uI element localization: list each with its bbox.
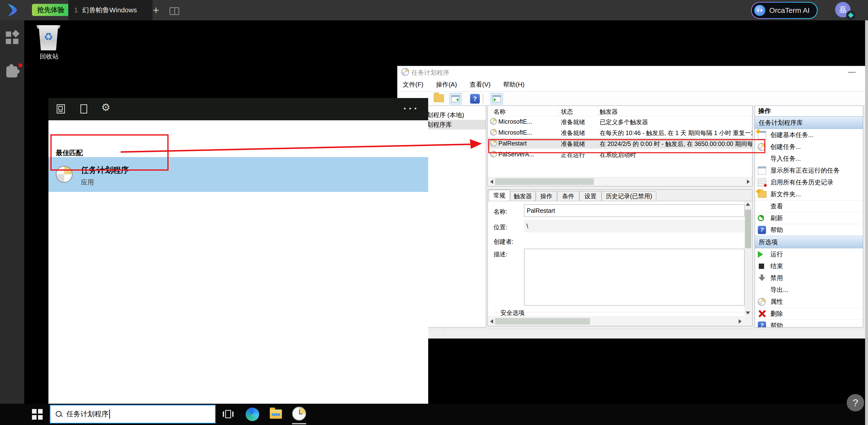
scroll-up-icon[interactable] [746, 203, 750, 206]
help-icon[interactable] [470, 94, 480, 104]
tab-title: 幻兽帕鲁Windows [82, 6, 137, 15]
file-explorer-icon[interactable] [270, 410, 282, 419]
scroll-right-icon[interactable] [747, 179, 750, 184]
tab-actions[interactable]: 操作 [536, 191, 557, 201]
table-row-selected[interactable]: PalRestart 准备就绪 在 2024/2/5 的 0:00 时 - 触发… [488, 138, 752, 149]
tab-conditions[interactable]: 条件 [557, 191, 579, 201]
vertical-scrollbar[interactable] [744, 201, 752, 316]
action-end[interactable]: 结束 [755, 260, 863, 272]
menu-file[interactable]: 文件(F) [403, 80, 423, 89]
folder-icon[interactable] [434, 94, 444, 102]
action-run[interactable]: 运行 [755, 248, 863, 260]
action-help[interactable]: 帮助 [755, 224, 863, 236]
taskbar-search-input[interactable]: 任务计划程序 [50, 405, 216, 424]
search-result-task-scheduler[interactable]: 任务计划程序 应用 [49, 157, 428, 192]
best-match-heading: 最佳匹配 [56, 149, 83, 158]
new-tab-button[interactable]: + [150, 4, 162, 16]
scroll-left-icon[interactable] [490, 179, 493, 184]
scroll-down-icon[interactable] [746, 312, 750, 315]
task-scheduler-taskbar-icon[interactable] [292, 406, 306, 421]
scroll-right-icon[interactable] [739, 319, 742, 324]
author-label: 创建者: [494, 238, 514, 246]
table-row[interactable]: MicrosoftE... 准备就绪 在每天的 10:46 - 触发后, 在 1… [488, 127, 752, 138]
split-view-icon[interactable] [169, 7, 179, 15]
actions-header: 操作 [755, 106, 863, 117]
task-scheduler-icon [56, 166, 73, 183]
action-disable[interactable]: 禁用 [755, 272, 863, 284]
action-view[interactable]: 查看 [755, 200, 863, 212]
extensions-puzzle-icon[interactable] [6, 66, 18, 77]
tab-triggers[interactable]: 触发器 [510, 191, 536, 201]
start-button[interactable] [32, 409, 42, 420]
browser-topbar: 抢先体验 1 幻兽帕鲁Windows + OrcaTerm AI 嘉 [0, 0, 868, 20]
location-label: 位置: [494, 223, 507, 231]
settings-gear-icon[interactable]: ⚙ [101, 101, 111, 113]
description-label: 描述: [494, 250, 507, 258]
minimize-icon[interactable] [848, 72, 856, 73]
tab-general[interactable]: 常规 [489, 190, 510, 201]
toolbar-separator [483, 94, 483, 103]
search-icon [56, 411, 62, 417]
action-create-basic-task[interactable]: 创建基本任务... [755, 129, 863, 141]
action-show-running-tasks[interactable]: 显示所有正在运行的任务 [755, 165, 863, 176]
column-name[interactable]: 名称 [494, 108, 506, 116]
documents-filter-icon[interactable] [81, 104, 87, 113]
action-new-folder[interactable]: 新文件夹... [755, 188, 863, 200]
apps-filter-icon[interactable] [57, 104, 65, 113]
table-row[interactable]: PalServerA... 正在运行 在系统启动时 [488, 149, 752, 160]
task-icon [490, 118, 497, 125]
recycle-bin-shortcut[interactable]: ♻ 回收站 [31, 25, 67, 64]
tab-history[interactable]: 历史记录(已禁用) [601, 191, 656, 201]
tab-settings[interactable]: 设置 [579, 191, 601, 201]
scrollbar-thumb[interactable] [495, 178, 594, 185]
task-list-header: 名称 状态 触发器 [488, 106, 752, 116]
actions-pane: 操作 任务计划程序库 创建基本任务... 创建任务... 导入任务... 显示所… [755, 105, 863, 327]
task-icon [490, 151, 497, 157]
edge-browser-icon[interactable] [246, 407, 259, 421]
menu-view[interactable]: 查看(V) [470, 80, 491, 89]
column-status[interactable]: 状态 [561, 108, 573, 116]
text-caret [109, 410, 110, 419]
action-enable-task-history[interactable]: 启用所有任务历史记录 [755, 176, 863, 188]
orcaterm-ai-button[interactable]: OrcaTerm AI [751, 2, 817, 19]
scrollbar-thumb[interactable] [745, 209, 751, 248]
toggle-console-tree-button[interactable] [449, 93, 462, 104]
column-trigger[interactable]: 触发器 [600, 108, 618, 116]
scroll-left-icon[interactable] [490, 319, 493, 324]
name-label: 名称: [494, 208, 507, 216]
help-bubble-button[interactable]: ? [847, 394, 864, 412]
panel-left-arrow-icon [452, 95, 460, 102]
delete-icon [758, 309, 766, 318]
action-export[interactable]: 导出... [755, 284, 863, 296]
left-sidebar [0, 20, 24, 425]
create-basic-task-icon [758, 131, 766, 139]
table-row[interactable]: MicrosoftE... 准备就绪 已定义多个触发器 [488, 116, 752, 127]
help-icon [758, 321, 766, 327]
menu-help[interactable]: 帮助(H) [503, 80, 525, 89]
browser-tab[interactable]: 1 幻兽帕鲁Windows [68, 0, 153, 20]
result-title: 任务计划程序 [81, 165, 129, 176]
apps-grid-icon[interactable] [6, 31, 19, 44]
task-view-icon[interactable] [223, 410, 234, 419]
more-options-icon[interactable] [404, 107, 417, 110]
toggle-action-pane-button[interactable] [490, 93, 503, 104]
action-delete[interactable]: 删除 [755, 307, 863, 320]
window-titlebar[interactable]: 任务计划程序 [397, 66, 868, 78]
horizontal-scrollbar[interactable] [488, 317, 752, 326]
taskbar: 任务计划程序 ✕ 中 拼 10:54 2024/2/5 [0, 404, 868, 425]
task-description-field[interactable] [524, 249, 744, 305]
action-properties[interactable]: 属性 [755, 296, 863, 307]
scrollbar-thumb[interactable] [495, 318, 590, 325]
action-import-task[interactable]: 导入任务... [755, 153, 863, 165]
task-name-field[interactable]: PalRestart [524, 204, 744, 217]
viewport-scrollbar[interactable] [865, 20, 868, 425]
action-help-selected[interactable]: 帮助 [755, 320, 863, 327]
action-refresh[interactable]: 刷新 [755, 212, 863, 224]
menu-action[interactable]: 操作(A) [436, 80, 457, 89]
window-title: 任务计划程序 [411, 68, 449, 77]
action-create-task[interactable]: 创建任务... [755, 141, 863, 153]
task-scheduler-window: 任务计划程序 文件(F) 操作(A) 查看(V) 帮助(H) 任务计划程序 (本… [397, 66, 868, 338]
actions-library-section[interactable]: 任务计划程序库 [755, 117, 863, 129]
detail-tabs: 常规 触发器 操作 条件 设置 历史记录(已禁用) [488, 190, 752, 201]
horizontal-scrollbar[interactable] [488, 177, 752, 186]
